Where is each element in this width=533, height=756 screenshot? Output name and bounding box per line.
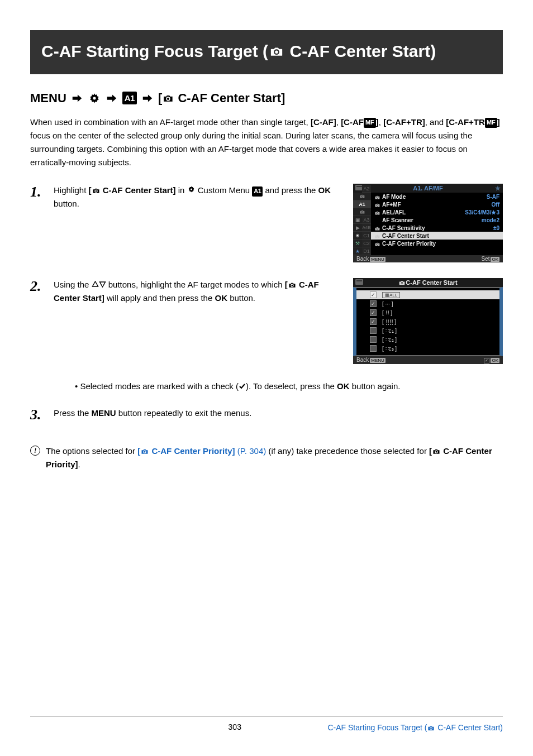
arrow-icon [140, 92, 155, 104]
menu-row[interactable]: AEL/AFLS3/C4/M3/★3 [371, 208, 503, 216]
side-tab-c2[interactable]: C2 [362, 240, 371, 247]
gear-icon [88, 92, 101, 104]
set-label[interactable]: SetOK [481, 256, 499, 262]
menu-row[interactable]: C-AF Center Priority [371, 240, 503, 247]
side-camera2-icon [353, 208, 371, 216]
step-text: Highlight [54, 185, 89, 195]
target-row[interactable]: [ ∙∙∙ ] [356, 299, 499, 308]
target-row[interactable]: [ ∷c₂ ] [356, 335, 499, 344]
camera-icon [288, 280, 297, 289]
checkbox-off-icon [370, 336, 377, 343]
side-tab-a3[interactable]: A3 [362, 216, 371, 224]
step-number: 2. [30, 278, 45, 295]
title-prefix: C-AF Starting Focus Target ( [41, 42, 268, 60]
step-number: 3. [30, 406, 45, 423]
camera-icon [432, 446, 441, 456]
intro-text: ] [497, 117, 500, 127]
target-row[interactable]: [ ∷c₃ ] [356, 344, 499, 353]
page-footer: 303 C-AF Starting Focus Target ( C-AF Ce… [30, 716, 503, 733]
menu-header: A1. AF/MF ★ [353, 184, 503, 193]
menu-row-label: AF Mode [382, 194, 487, 200]
menu-header: C-AF Center Start [353, 278, 503, 287]
step-text: buttons, highlight the AF target modes t… [106, 280, 285, 289]
step-text: in [176, 185, 187, 195]
camera-icon [374, 194, 382, 200]
page-number: 303 [142, 722, 327, 733]
ok-word: OK [337, 381, 350, 391]
menu-row-label: AF Scanner [382, 217, 482, 223]
intro-text: focus on the center of the selected grou… [30, 131, 472, 167]
menu-row-value: S3/C4/M3/★3 [465, 209, 499, 216]
ok-badge: OK [491, 358, 499, 363]
info-icon: ! [30, 446, 40, 456]
menu-row-label: C-AF Sensitivity [382, 225, 493, 231]
checkbox-on-icon [370, 291, 377, 298]
camera-icon [374, 209, 382, 216]
checkbox-on-icon [370, 318, 377, 325]
target-mid1-icon: [ ⠿ ] [382, 310, 392, 316]
side-setup-icon: ⚒ [353, 240, 362, 247]
menu-row-label: AF+MF [382, 202, 492, 208]
step-text: Using the [54, 280, 92, 289]
target-row[interactable]: [ ⠿ ] [356, 308, 499, 317]
menu-path-label: C-AF Center Start] [174, 91, 285, 105]
camera-icon [374, 202, 382, 208]
menu-badge: MENU [370, 358, 386, 363]
camera-icon [398, 279, 406, 286]
target-c1-icon: [ ∷c₁ ] [382, 328, 397, 334]
target-row[interactable]: [ ⣿⣿ ] [356, 317, 499, 326]
intro-paragraph: When used in combination with an AF-targ… [30, 116, 503, 169]
menu-row-label: C-AF Center Priority [382, 241, 499, 247]
svg-rect-3 [356, 186, 362, 187]
menu-word: MENU [30, 90, 66, 107]
step-label: C-AF Center Start] [101, 185, 176, 195]
note: ! The options selected for [ C-AF Center… [30, 444, 503, 471]
step-text: button. [54, 199, 79, 208]
menu-row[interactable]: AF+MFOff [371, 200, 503, 208]
target-c2-icon: [ ∷c₂ ] [382, 337, 397, 343]
camera-icon [374, 225, 382, 231]
side-tab-a1[interactable]: A1 [353, 200, 371, 208]
mf-badge: MF [485, 118, 497, 128]
ok-label[interactable]: ✓OK [484, 357, 499, 363]
side-tab-c1[interactable]: C1 [362, 232, 371, 240]
footer-breadcrumb[interactable]: C-AF Starting Focus Target ( C-AF Center… [327, 722, 503, 733]
card-icon [355, 279, 363, 285]
menu-row-label: AEL/AFL [382, 209, 465, 216]
intro-caftr: [C-AF+TR] [383, 117, 425, 127]
intro-text: , [379, 117, 383, 127]
side-play-icon: ▶ [353, 224, 362, 232]
side-tab-d1[interactable]: D1 [362, 247, 371, 255]
back-label[interactable]: BackMENU [356, 256, 386, 262]
step-text: and press the [263, 185, 318, 195]
menu-row-selected[interactable]: C-AF Center Start [371, 232, 503, 240]
target-c3-icon: [ ∷c₃ ] [382, 346, 397, 352]
link-caf-center-priority[interactable]: [ C-AF Center Priority] (P. 304) [137, 446, 266, 456]
menu-row[interactable]: AF Scannermode2 [371, 216, 503, 224]
bullet-text: ). To deselect, press the [246, 381, 337, 391]
target-row[interactable]: [ ∷c₁ ] [356, 326, 499, 335]
menu-row-value: S-AF [487, 194, 499, 200]
ok-word: OK [215, 293, 227, 303]
menu-footer: BackMENU ✓OK [353, 356, 503, 364]
step-2-bullet: • Selected modes are marked with a check… [75, 380, 503, 393]
menu-badge: MENU [370, 257, 386, 262]
menu-header-label: A1. AF/MF [413, 185, 442, 192]
triangle-down-icon [99, 281, 106, 288]
target-row[interactable]: ▦ALL [356, 290, 499, 299]
svg-rect-4 [355, 279, 363, 285]
star-icon: ★ [495, 185, 501, 192]
step-1: 1. Highlight [ C-AF Center Start] in Cus… [30, 184, 503, 262]
config-rows: ▦ALL [ ∙∙∙ ] [ ⠿ ] [ ⣿⣿ ] [ ∷c₁ ] [ ∷c₂ … [353, 287, 503, 356]
step-text: will apply and then press the [104, 293, 215, 303]
back-label[interactable]: BackMENU [356, 357, 386, 363]
step-body: Highlight [ C-AF Center Start] in Custom… [54, 184, 344, 210]
a1-badge: A1 [252, 186, 263, 197]
menu-row[interactable]: C-AF Sensitivity±0 [371, 224, 503, 232]
intro-text: When used in combination with an AF-targ… [30, 117, 311, 127]
side-tab-a2[interactable]: A2 [362, 185, 371, 193]
camera-icon [427, 723, 435, 732]
side-tab-a4b[interactable]: A4B [362, 224, 371, 232]
intro-cafmf: [C-AF [341, 117, 364, 127]
menu-row[interactable]: AF ModeS-AF [371, 193, 503, 200]
